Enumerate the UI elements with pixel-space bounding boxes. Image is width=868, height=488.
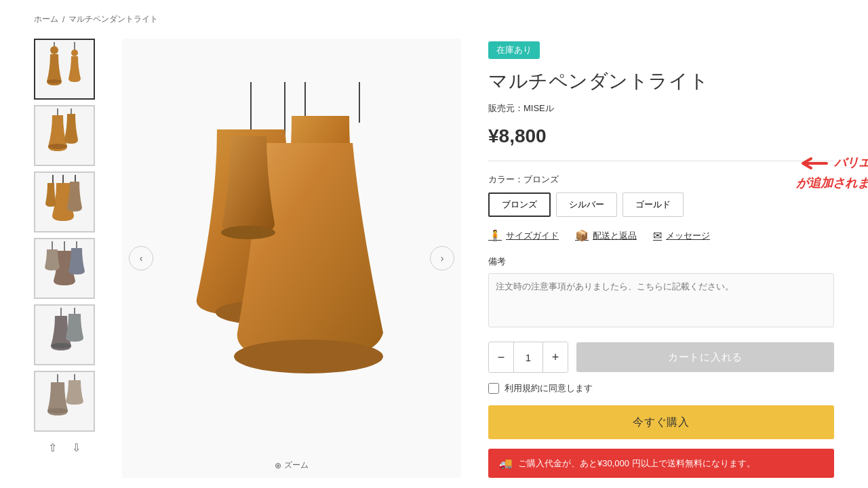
color-btn-silver[interactable]: シルバー <box>556 192 617 217</box>
in-stock-badge: 在庫あり <box>488 41 540 59</box>
quantity-plus-btn[interactable]: + <box>543 342 568 372</box>
buy-now-btn[interactable]: 今すぐ購入 <box>488 405 834 439</box>
color-btn-bronze[interactable]: ブロンズ <box>488 192 551 217</box>
seller-info: 販売元：MISEル <box>488 102 834 115</box>
size-guide-icon: 🧍 <box>488 229 502 242</box>
color-label: カラー：ブロンズ <box>488 174 834 186</box>
notes-label: 備考 <box>488 256 834 268</box>
shipping-icon: 📦 <box>575 229 589 242</box>
main-image-area: ‹ <box>122 39 461 478</box>
seller-label: 販売元： <box>488 103 524 113</box>
quantity-value: 1 <box>513 342 543 372</box>
purchase-row: − 1 + カートに入れる <box>488 342 834 373</box>
price-divider <box>488 161 834 161</box>
thumbnail-3[interactable] <box>34 171 95 232</box>
breadcrumb-home[interactable]: ホーム <box>34 14 58 25</box>
main-content: ⇧ ⇩ ‹ <box>0 32 868 488</box>
shipping-label: 配送と返品 <box>593 230 637 242</box>
svg-point-19 <box>47 408 68 413</box>
thumbnail-1[interactable] <box>34 39 95 100</box>
annotation-arrow-icon <box>796 153 830 174</box>
annotation-line1: バリエーションの選択 <box>834 155 868 171</box>
shipping-link[interactable]: 📦 配送と返品 <box>575 229 637 242</box>
variation-annotation: バリエーションの選択 が追加されました。 <box>796 153 868 192</box>
message-label: メッセージ <box>666 230 710 242</box>
shipping-banner: 🚚 ご購入代金が、あと¥30,000 円以上で送料無料になります。 <box>488 449 834 478</box>
quantity-minus-btn[interactable]: − <box>489 342 513 372</box>
shipping-banner-text: ご購入代金が、あと¥30,000 円以上で送料無料になります。 <box>518 458 755 470</box>
product-image <box>170 82 414 434</box>
thumbnail-6[interactable] <box>34 371 95 432</box>
svg-rect-10 <box>52 175 54 183</box>
svg-point-2 <box>71 49 78 56</box>
notes-textarea[interactable] <box>488 273 834 327</box>
svg-point-16 <box>51 343 71 348</box>
zoom-btn[interactable]: ⊕ ズーム <box>275 460 309 471</box>
product-info: 在庫あり マルチペンダントライト 販売元：MISEル ¥8,800 カラー：ブロ… <box>488 39 834 478</box>
size-guide-link[interactable]: 🧍 サイズガイド <box>488 229 559 242</box>
thumbnail-nav: ⇧ ⇩ <box>34 440 95 455</box>
terms-label: 利用規約に同意します <box>505 382 593 394</box>
svg-point-27 <box>221 226 275 239</box>
message-link[interactable]: ✉ メッセージ <box>653 229 710 242</box>
page-wrapper: ホーム / マルチペンダントライト <box>0 0 868 488</box>
prev-image-btn[interactable]: ‹ <box>129 246 153 270</box>
color-btn-gold[interactable]: ゴールド <box>623 192 684 217</box>
seller-name: MISEル <box>524 103 554 113</box>
svg-point-1 <box>47 79 62 83</box>
product-price: ¥8,800 <box>488 125 834 147</box>
links-row: 🧍 サイズガイド 📦 配送と返品 ✉ メッセージ <box>488 229 834 242</box>
thumbnail-5[interactable] <box>34 304 95 365</box>
thumbnail-prev-btn[interactable]: ⇧ <box>44 440 61 455</box>
notes-section: 備考 <box>488 256 834 329</box>
add-to-cart-btn[interactable]: カートに入れる <box>576 342 834 372</box>
color-section: カラー：ブロンズ ブロンズ シルバー ゴールド バリエーションの選択 が追加され… <box>488 174 834 217</box>
svg-point-0 <box>50 46 58 54</box>
thumbnail-next-btn[interactable]: ⇩ <box>68 440 85 455</box>
annotation-line2: が追加されました。 <box>796 176 868 190</box>
svg-point-26 <box>234 340 383 373</box>
quantity-control: − 1 + <box>488 342 568 373</box>
product-title: マルチペンダントライト <box>488 68 834 94</box>
thumbnail-4[interactable] <box>34 238 95 299</box>
svg-rect-9 <box>75 175 76 182</box>
thumbnail-list: ⇧ ⇩ <box>34 39 95 478</box>
thumbnail-2[interactable] <box>34 105 95 166</box>
terms-row: 利用規約に同意します <box>488 382 834 394</box>
next-image-btn[interactable]: › <box>430 246 454 270</box>
zoom-icon: ⊕ <box>275 461 281 470</box>
zoom-label: ズーム <box>284 460 309 471</box>
breadcrumb-sep: / <box>62 15 64 24</box>
breadcrumb-current: マルチペンダントライト <box>68 14 158 25</box>
size-guide-label: サイズガイド <box>506 230 559 242</box>
terms-checkbox[interactable] <box>488 383 499 394</box>
shipping-banner-icon: 🚚 <box>499 457 513 470</box>
svg-point-7 <box>48 144 67 149</box>
message-icon: ✉ <box>653 229 662 242</box>
color-options: ブロンズ シルバー ゴールド <box>488 192 834 217</box>
breadcrumb: ホーム / マルチペンダントライト <box>0 0 868 32</box>
